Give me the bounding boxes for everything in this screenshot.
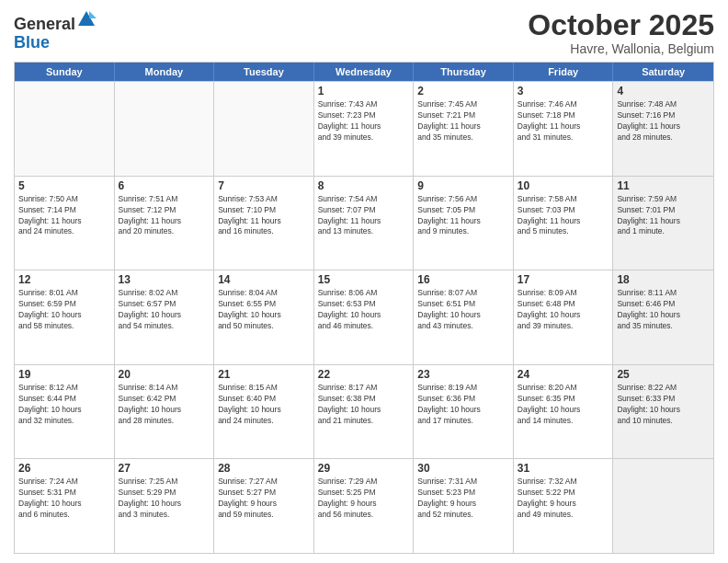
day-number: 29: [318, 462, 410, 475]
calendar-cell: 19Sunrise: 8:12 AM Sunset: 6:44 PM Dayli…: [15, 365, 115, 459]
calendar-cell: 3Sunrise: 7:46 AM Sunset: 7:18 PM Daylig…: [514, 82, 614, 176]
day-info: Sunrise: 8:06 AM Sunset: 6:53 PM Dayligh…: [318, 288, 410, 332]
day-number: 6: [119, 179, 210, 192]
logo-text: General Blue: [14, 9, 97, 52]
calendar-cell: [115, 82, 215, 176]
day-number: 3: [518, 85, 609, 98]
day-number: 2: [417, 85, 509, 98]
calendar-cell: [15, 82, 115, 176]
month-title: October 2025: [528, 9, 714, 41]
calendar-header: SundayMondayTuesdayWednesdayThursdayFrid…: [15, 63, 713, 81]
calendar-cell: 31Sunrise: 7:32 AM Sunset: 5:22 PM Dayli…: [514, 459, 614, 553]
weekday-header: Friday: [514, 63, 614, 81]
calendar-cell: 30Sunrise: 7:31 AM Sunset: 5:23 PM Dayli…: [414, 459, 514, 553]
calendar-cell: 5Sunrise: 7:50 AM Sunset: 7:14 PM Daylig…: [15, 177, 115, 270]
calendar-cell: 20Sunrise: 8:14 AM Sunset: 6:42 PM Dayli…: [115, 365, 215, 459]
calendar-cell: 4Sunrise: 7:48 AM Sunset: 7:16 PM Daylig…: [613, 82, 713, 176]
calendar-cell: 17Sunrise: 8:09 AM Sunset: 6:48 PM Dayli…: [514, 270, 614, 364]
calendar-cell: 25Sunrise: 8:22 AM Sunset: 6:33 PM Dayli…: [613, 365, 713, 459]
day-info: Sunrise: 8:20 AM Sunset: 6:35 PM Dayligh…: [518, 383, 609, 427]
day-number: 5: [18, 179, 110, 192]
weekday-header: Thursday: [414, 63, 514, 81]
day-info: Sunrise: 7:29 AM Sunset: 5:25 PM Dayligh…: [318, 477, 410, 521]
header: General Blue October 2025 Havre, Walloni…: [14, 9, 714, 56]
day-number: 21: [218, 368, 310, 381]
calendar-body: 1Sunrise: 7:43 AM Sunset: 7:23 PM Daylig…: [15, 81, 713, 553]
day-info: Sunrise: 7:25 AM Sunset: 5:29 PM Dayligh…: [119, 477, 210, 521]
day-info: Sunrise: 7:24 AM Sunset: 5:31 PM Dayligh…: [18, 477, 110, 521]
calendar-cell: 22Sunrise: 8:17 AM Sunset: 6:38 PM Dayli…: [314, 365, 415, 459]
day-number: 16: [417, 273, 509, 286]
calendar-cell: 13Sunrise: 8:02 AM Sunset: 6:57 PM Dayli…: [115, 270, 215, 364]
weekday-header: Saturday: [613, 63, 713, 81]
day-number: 19: [18, 368, 110, 381]
day-number: 9: [417, 179, 509, 192]
day-number: 10: [518, 179, 609, 192]
weekday-header: Tuesday: [214, 63, 314, 81]
calendar-cell: 18Sunrise: 8:11 AM Sunset: 6:46 PM Dayli…: [613, 270, 713, 364]
day-info: Sunrise: 7:48 AM Sunset: 7:16 PM Dayligh…: [617, 99, 710, 144]
day-number: 4: [617, 85, 710, 98]
logo-general: General: [14, 15, 75, 33]
calendar-cell: 8Sunrise: 7:54 AM Sunset: 7:07 PM Daylig…: [314, 177, 415, 270]
day-number: 20: [119, 368, 210, 381]
day-info: Sunrise: 7:45 AM Sunset: 7:21 PM Dayligh…: [417, 99, 509, 144]
calendar-cell: 9Sunrise: 7:56 AM Sunset: 7:05 PM Daylig…: [414, 177, 514, 270]
calendar-cell: 15Sunrise: 8:06 AM Sunset: 6:53 PM Dayli…: [314, 270, 415, 364]
day-info: Sunrise: 7:46 AM Sunset: 7:18 PM Dayligh…: [518, 99, 609, 144]
calendar-row: 19Sunrise: 8:12 AM Sunset: 6:44 PM Dayli…: [15, 364, 713, 459]
day-number: 25: [617, 368, 710, 381]
day-number: 27: [119, 462, 210, 475]
day-info: Sunrise: 7:51 AM Sunset: 7:12 PM Dayligh…: [119, 194, 210, 238]
day-info: Sunrise: 8:07 AM Sunset: 6:51 PM Dayligh…: [417, 288, 509, 332]
day-info: Sunrise: 7:54 AM Sunset: 7:07 PM Dayligh…: [318, 194, 410, 238]
day-number: 7: [218, 179, 310, 192]
calendar: SundayMondayTuesdayWednesdayThursdayFrid…: [14, 62, 714, 554]
calendar-cell: [214, 82, 314, 176]
day-info: Sunrise: 7:59 AM Sunset: 7:01 PM Dayligh…: [617, 194, 710, 238]
day-number: 26: [18, 462, 110, 475]
calendar-cell: 23Sunrise: 8:19 AM Sunset: 6:36 PM Dayli…: [414, 365, 514, 459]
weekday-header: Monday: [115, 63, 215, 81]
day-number: 30: [417, 462, 509, 475]
calendar-cell: 26Sunrise: 7:24 AM Sunset: 5:31 PM Dayli…: [15, 459, 115, 553]
calendar-cell: 27Sunrise: 7:25 AM Sunset: 5:29 PM Dayli…: [115, 459, 215, 553]
calendar-cell: 14Sunrise: 8:04 AM Sunset: 6:55 PM Dayli…: [214, 270, 314, 364]
calendar-row: 12Sunrise: 8:01 AM Sunset: 6:59 PM Dayli…: [15, 270, 713, 364]
day-info: Sunrise: 7:43 AM Sunset: 7:23 PM Dayligh…: [318, 99, 410, 144]
day-number: 15: [318, 273, 410, 286]
calendar-row: 26Sunrise: 7:24 AM Sunset: 5:31 PM Dayli…: [15, 458, 713, 553]
page: General Blue October 2025 Havre, Walloni…: [0, 0, 728, 563]
day-info: Sunrise: 8:11 AM Sunset: 6:46 PM Dayligh…: [617, 288, 710, 332]
day-info: Sunrise: 8:04 AM Sunset: 6:55 PM Dayligh…: [218, 288, 310, 332]
day-number: 24: [518, 368, 609, 381]
calendar-cell: 12Sunrise: 8:01 AM Sunset: 6:59 PM Dayli…: [15, 270, 115, 364]
calendar-cell: 6Sunrise: 7:51 AM Sunset: 7:12 PM Daylig…: [115, 177, 215, 270]
day-number: 1: [318, 85, 410, 98]
logo-icon: [76, 9, 97, 29]
calendar-cell: 10Sunrise: 7:58 AM Sunset: 7:03 PM Dayli…: [514, 177, 614, 270]
calendar-cell: 28Sunrise: 7:27 AM Sunset: 5:27 PM Dayli…: [214, 459, 314, 553]
calendar-row: 1Sunrise: 7:43 AM Sunset: 7:23 PM Daylig…: [15, 81, 713, 176]
day-info: Sunrise: 7:53 AM Sunset: 7:10 PM Dayligh…: [218, 194, 310, 238]
weekday-header: Wednesday: [314, 63, 415, 81]
day-info: Sunrise: 8:19 AM Sunset: 6:36 PM Dayligh…: [417, 383, 509, 427]
day-info: Sunrise: 8:17 AM Sunset: 6:38 PM Dayligh…: [318, 383, 410, 427]
day-info: Sunrise: 7:56 AM Sunset: 7:05 PM Dayligh…: [417, 194, 509, 238]
day-info: Sunrise: 8:22 AM Sunset: 6:33 PM Dayligh…: [617, 383, 710, 427]
calendar-cell: 2Sunrise: 7:45 AM Sunset: 7:21 PM Daylig…: [414, 82, 514, 176]
weekday-header: Sunday: [15, 63, 115, 81]
day-number: 23: [417, 368, 509, 381]
day-info: Sunrise: 8:14 AM Sunset: 6:42 PM Dayligh…: [119, 383, 210, 427]
day-info: Sunrise: 7:58 AM Sunset: 7:03 PM Dayligh…: [518, 194, 609, 238]
logo-blue: Blue: [14, 33, 50, 52]
calendar-row: 5Sunrise: 7:50 AM Sunset: 7:14 PM Daylig…: [15, 176, 713, 270]
day-info: Sunrise: 8:02 AM Sunset: 6:57 PM Dayligh…: [119, 288, 210, 332]
day-number: 17: [518, 273, 609, 286]
logo: General Blue: [14, 9, 97, 52]
calendar-cell: 16Sunrise: 8:07 AM Sunset: 6:51 PM Dayli…: [414, 270, 514, 364]
calendar-cell: [613, 459, 713, 553]
day-number: 14: [218, 273, 310, 286]
day-number: 31: [518, 462, 609, 475]
svg-marker-1: [89, 11, 97, 18]
